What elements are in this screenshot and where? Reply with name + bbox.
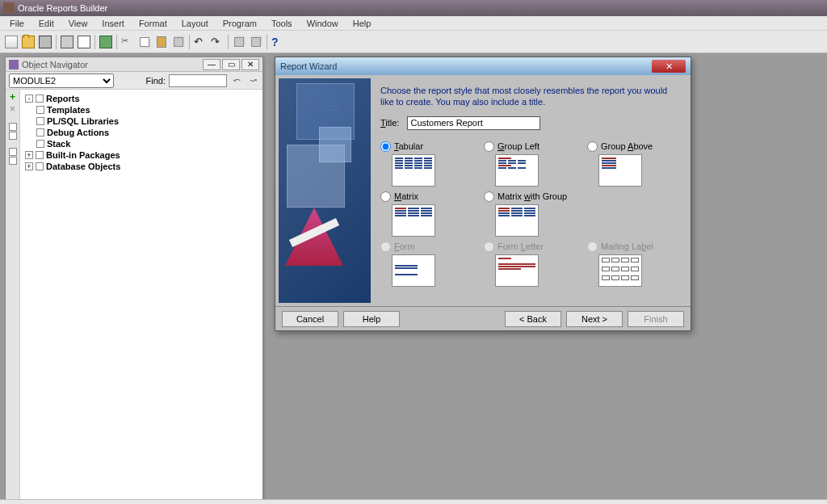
style-form-radio[interactable]: Form xyxy=(380,242,471,252)
menu-format[interactable]: Format xyxy=(132,18,174,29)
style-matrix-group-radio[interactable]: Matrix with Group xyxy=(484,191,574,202)
close-panel-button[interactable]: ✕ xyxy=(241,59,259,70)
report-title-input[interactable] xyxy=(407,116,540,130)
tree-item-plsql[interactable]: PL/SQL Libraries xyxy=(23,116,259,127)
paste-icon xyxy=(157,36,166,48)
style-mailing-label-radio[interactable]: Mailing Label xyxy=(587,242,678,252)
style-form-preview xyxy=(392,254,435,287)
tool1-button[interactable] xyxy=(231,34,247,50)
undo-icon: ↶ xyxy=(194,36,207,48)
wizard-close-button[interactable]: ✕ xyxy=(652,60,686,73)
stack-button[interactable] xyxy=(170,34,187,50)
next-button[interactable]: Next > xyxy=(566,311,623,327)
style-tabular-preview xyxy=(392,154,435,187)
style-matrix-preview xyxy=(392,204,435,237)
wizard-title: Report Wizard xyxy=(280,61,337,71)
tool-icon xyxy=(251,37,261,47)
style-group-left-preview xyxy=(495,154,539,187)
style-tabular-radio[interactable]: Tabular xyxy=(380,141,471,152)
run-button[interactable] xyxy=(98,34,114,50)
print-button[interactable] xyxy=(59,34,75,50)
paste-button[interactable] xyxy=(153,34,170,50)
menu-edit[interactable]: Edit xyxy=(32,18,61,29)
expand-icon[interactable]: + xyxy=(25,162,33,170)
object-tree[interactable]: -Reports Templates PL/SQL Libraries Debu… xyxy=(20,90,262,502)
save-button[interactable] xyxy=(37,34,53,50)
new-icon xyxy=(5,36,18,48)
style-grid: Tabular Group Left xyxy=(380,141,678,287)
wizard-description: Choose the report style that most closel… xyxy=(380,85,678,108)
app-title: Oracle Reports Builder xyxy=(18,3,107,13)
redo-icon: ↷ xyxy=(211,36,224,48)
tool2-button[interactable] xyxy=(248,34,264,50)
cancel-button[interactable]: Cancel xyxy=(282,311,338,327)
menu-layout[interactable]: Layout xyxy=(175,18,215,29)
wizard-button-bar: Cancel Help < Back Next > Finish xyxy=(275,306,691,330)
new-button[interactable] xyxy=(3,34,19,50)
menu-tools[interactable]: Tools xyxy=(265,18,299,29)
find-next-icon[interactable]: ⤻ xyxy=(246,74,259,87)
help-button[interactable]: ? xyxy=(270,34,286,50)
print-icon xyxy=(61,36,73,48)
back-button[interactable]: < Back xyxy=(505,311,561,327)
menu-bar: File Edit View Insert Format Layout Prog… xyxy=(0,16,827,31)
title-label: Title: xyxy=(380,118,399,128)
finish-button[interactable]: Finish xyxy=(628,311,684,327)
toolbar-separator xyxy=(116,35,117,49)
copy-button[interactable] xyxy=(136,34,153,50)
cut-icon: ✂ xyxy=(121,36,134,48)
menu-help[interactable]: Help xyxy=(346,18,378,29)
run-icon xyxy=(99,36,112,48)
style-group-left-radio[interactable]: Group Left xyxy=(484,141,574,152)
tree-item-templates[interactable]: Templates xyxy=(23,104,259,116)
collapse-icon[interactable] xyxy=(9,132,17,140)
expand-all-icon[interactable] xyxy=(9,148,17,156)
style-matrix-radio[interactable]: Matrix xyxy=(380,191,471,202)
cut-button[interactable]: ✂ xyxy=(120,34,136,50)
menu-view[interactable]: View xyxy=(62,18,94,29)
object-navigator-vtoolbar: + × xyxy=(6,90,20,502)
undo-button[interactable]: ↶ xyxy=(192,34,208,50)
menu-window[interactable]: Window xyxy=(300,18,345,29)
toolbar-separator xyxy=(189,35,190,49)
main-toolbar: ✂ ↶ ↷ ? xyxy=(0,31,827,53)
style-form-letter-radio[interactable]: Form Letter xyxy=(484,242,574,252)
minimize-button[interactable]: — xyxy=(203,59,220,70)
menu-file[interactable]: File xyxy=(3,18,31,29)
style-group-above-radio[interactable]: Group Above xyxy=(587,141,678,152)
create-icon[interactable]: + xyxy=(7,91,19,103)
style-matrix-group-preview xyxy=(495,204,539,237)
find-prev-icon[interactable]: ⤺ xyxy=(230,74,243,87)
mail-button[interactable] xyxy=(76,34,92,50)
report-wizard-dialog: Report Wizard ✕ Choose the report style … xyxy=(275,57,691,331)
tree-item-stack[interactable]: Stack xyxy=(23,138,259,149)
menu-program[interactable]: Program xyxy=(216,18,263,29)
tree-item-builtin[interactable]: +Built-in Packages xyxy=(23,149,259,161)
node-icon xyxy=(36,151,44,159)
app-titlebar: Oracle Reports Builder xyxy=(0,0,827,16)
tree-item-debug[interactable]: Debug Actions xyxy=(23,127,259,138)
expand-icon[interactable] xyxy=(9,123,17,131)
node-icon xyxy=(36,128,44,136)
open-button[interactable] xyxy=(20,34,36,50)
menu-insert[interactable]: Insert xyxy=(95,18,131,29)
object-navigator-toolbar: MODULE2 Find: ⤺ ⤻ xyxy=(6,72,262,90)
help-button[interactable]: Help xyxy=(343,311,400,327)
find-label: Find: xyxy=(146,76,166,86)
tree-item-reports[interactable]: -Reports xyxy=(23,93,259,104)
module-select[interactable]: MODULE2 xyxy=(9,74,114,88)
maximize-button[interactable]: ▭ xyxy=(222,59,240,70)
save-icon xyxy=(39,36,52,48)
tree-item-dbobjects[interactable]: +Database Objects xyxy=(23,161,259,172)
collapse-icon[interactable]: - xyxy=(25,94,33,103)
find-input[interactable] xyxy=(169,74,227,87)
help-icon: ? xyxy=(271,36,284,48)
expand-icon[interactable]: + xyxy=(25,151,33,159)
delete-icon[interactable]: × xyxy=(7,103,19,115)
mail-icon xyxy=(78,36,90,48)
wizard-titlebar[interactable]: Report Wizard ✕ xyxy=(275,57,691,75)
redo-button[interactable]: ↷ xyxy=(209,34,225,50)
copy-icon xyxy=(140,37,149,47)
collapse-all-icon[interactable] xyxy=(9,157,17,165)
object-navigator-titlebar: Object Navigator — ▭ ✕ xyxy=(6,57,262,72)
